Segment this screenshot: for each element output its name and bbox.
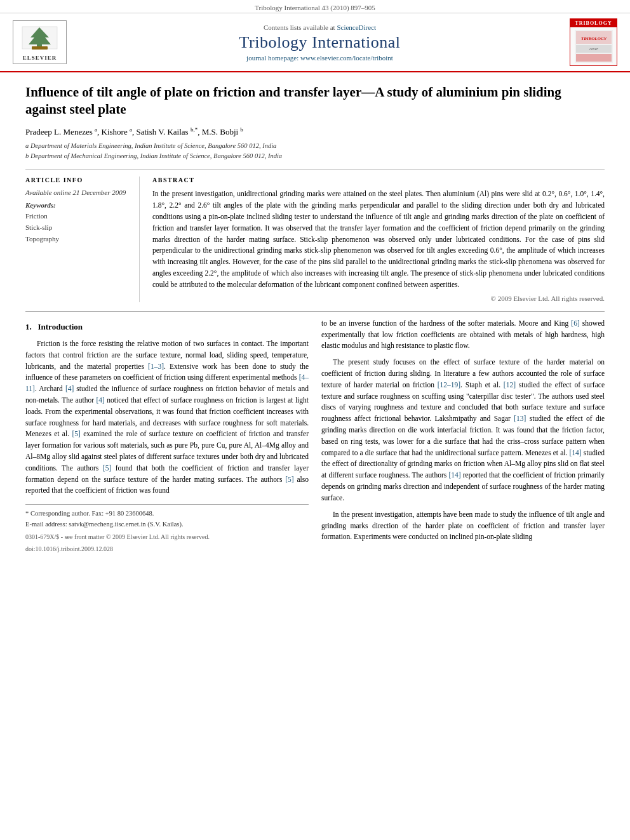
homepage-url[interactable]: www.elsevier.com/locate/triboint <box>300 54 393 62</box>
body-right-column: to be an inverse function of the hardnes… <box>321 318 605 554</box>
affiliations: a Department of Materials Engineering, I… <box>25 141 605 161</box>
keyword-topography: Topography <box>25 234 133 245</box>
ref-13: [13] <box>514 415 526 422</box>
article-info-heading: ARTICLE INFO <box>25 177 133 183</box>
corresponding-author-note: * Corresponding author. Fax: +91 80 2360… <box>25 509 309 519</box>
ref-4b: [4] <box>96 396 104 404</box>
authors-line: Pradeep L. Menezes a, Kishore a, Satish … <box>25 126 605 137</box>
affiliation-a: a Department of Materials Engineering, I… <box>25 141 605 151</box>
abstract-text: In the present investigation, unidirecti… <box>152 189 605 290</box>
ref-5b: [5] <box>103 464 111 472</box>
affiliation-b: b Department of Mechanical Engineering, … <box>25 151 605 161</box>
right-para-2: The present study focuses on the effect … <box>321 357 605 504</box>
elsevier-logo-area: ELSEVIER <box>13 20 70 64</box>
keywords-label: Keywords: <box>25 201 133 209</box>
paper-title: Influence of tilt angle of plate on fric… <box>25 84 605 119</box>
keyword-stick-slip: Stick-slip <box>25 222 133 234</box>
copyright-line: © 2009 Elsevier Ltd. All rights reserved… <box>152 295 605 302</box>
conducted-text: conducted <box>408 533 438 540</box>
ref-14a: [14] <box>569 449 581 457</box>
svg-rect-2 <box>32 46 48 50</box>
abstract-heading: ABSTRACT <box>152 177 605 183</box>
svg-text:cover: cover <box>589 47 598 51</box>
ref-14b: [14] <box>448 471 460 479</box>
right-para-1: to be an inverse function of the hardnes… <box>321 318 605 352</box>
intro-paragraph-1: Friction is the force resisting the rela… <box>25 338 309 497</box>
doi-line: doi:10.1016/j.triboint.2009.12.028 <box>25 544 309 554</box>
divider-2 <box>25 311 605 312</box>
contents-line: Contents lists available at ScienceDirec… <box>70 23 570 31</box>
available-online-date: Available online 21 December 2009 <box>25 189 133 196</box>
article-info-column: ARTICLE INFO Available online 21 Decembe… <box>25 177 140 302</box>
body-section: 1. Introduction Friction is the force re… <box>25 318 605 554</box>
ref-6: [6] <box>571 319 579 327</box>
homepage-line: journal homepage: www.elsevier.com/locat… <box>70 54 570 62</box>
body-left-column: 1. Introduction Friction is the force re… <box>25 318 309 554</box>
journal-title-area: Contents lists available at ScienceDirec… <box>70 23 570 62</box>
article-info-abstract-section: ARTICLE INFO Available online 21 Decembe… <box>25 177 605 302</box>
journal-reference: Tribology International 43 (2010) 897–90… <box>0 0 630 13</box>
email-note: E-mail address: satvk@mecheng.iisc.ernet… <box>25 519 309 530</box>
paper-content: Influence of tilt angle of plate on fric… <box>0 72 630 573</box>
svg-rect-6 <box>576 54 612 62</box>
elsevier-tree-icon <box>19 23 60 52</box>
svg-text:TRIBOLOGY: TRIBOLOGY <box>580 36 607 41</box>
abstract-column: ABSTRACT In the present investigation, u… <box>152 177 605 302</box>
ref-5c: [5] <box>285 476 293 483</box>
keyword-friction: Friction <box>25 211 133 222</box>
ref-5a: [5] <box>72 430 80 437</box>
introduction-heading: 1. Introduction <box>25 321 309 333</box>
tribology-header-label: TRIBOLOGY <box>570 19 617 27</box>
ref-4a: [4] <box>65 385 74 392</box>
ref-12-19: [12–19] <box>438 381 460 389</box>
issn-line: 0301-679X/$ - see front matter © 2009 El… <box>25 532 309 542</box>
tribology-image: TRIBOLOGY cover <box>575 27 613 65</box>
divider-1 <box>25 170 605 170</box>
authors-text: Pradeep L. Menezes a, Kishore a, Satish … <box>25 127 243 137</box>
elsevier-emblem: ELSEVIER <box>13 20 67 64</box>
right-para-3: In the present investigation, attempts h… <box>321 509 605 543</box>
footnotes: * Corresponding author. Fax: +91 80 2360… <box>25 504 309 554</box>
tribology-logo: TRIBOLOGY TRIBOLOGY cover <box>570 18 617 66</box>
tribology-cover-icon: TRIBOLOGY cover <box>575 30 613 63</box>
journal-title: Tribology International <box>70 33 570 52</box>
ref-12a: [12] <box>504 381 516 389</box>
ref-1-3: [1–3] <box>148 363 164 370</box>
sciencedirect-link[interactable]: ScienceDirect <box>337 23 376 31</box>
elsevier-wordmark: ELSEVIER <box>17 55 62 61</box>
journal-banner: ELSEVIER Contents lists available at Sci… <box>0 13 630 72</box>
